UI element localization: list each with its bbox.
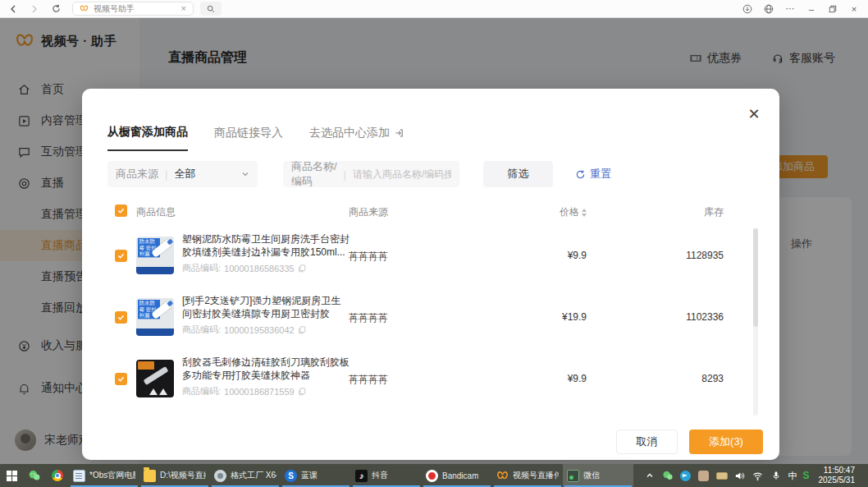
product-title: 塑钢泥防水防霉卫生间厨房洗手台密封胶填缝剂美缝封边补漏专用胶150ml... [182, 232, 350, 259]
col-header-source: 商品来源 [349, 205, 388, 219]
copy-icon[interactable] [298, 264, 306, 273]
taskbar-app-label: 微信 [583, 470, 600, 481]
taskbar-app-wechat-window[interactable]: 微信 [563, 464, 633, 487]
select-all-checkbox[interactable] [115, 204, 127, 217]
product-stock: 1102336 [642, 311, 724, 323]
copy-icon[interactable] [298, 388, 306, 396]
taskbar-app-label: Bandicam [442, 471, 478, 480]
taskbar-app-douyin[interactable]: ♪ 抖音 [351, 464, 422, 487]
filter-button[interactable]: 筛选 [483, 161, 553, 187]
app-viewport: 视频号 · 助手 首页 内容管理 互动管理 直播 直播管理 直播商品管理 直播预… [0, 18, 868, 464]
search-input[interactable] [353, 168, 451, 180]
source-filter-select[interactable]: 商品来源 | 全部 [107, 161, 258, 187]
source-filter-value: 全部 [174, 167, 195, 181]
tab-selection-center[interactable]: 去选品中心添加 [309, 125, 404, 151]
tray-expand-icon[interactable] [643, 470, 656, 482]
product-price: ¥9.9 [513, 250, 587, 261]
tab-label: 从橱窗添加商品 [107, 125, 188, 140]
taskbar-app-channels-live[interactable]: 视频号直播伴侣 [492, 464, 563, 487]
scrollbar-thumb[interactable] [753, 228, 758, 327]
scrollbar[interactable] [753, 228, 758, 416]
filter-row: 商品来源 | 全部 商品名称/编码 | 筛选 重置 [107, 161, 611, 187]
table-row: 防水防霉 密封补漏 塑钢泥防水防霉卫生间厨房洗手台密封胶填缝剂美缝封边补漏专用胶… [82, 225, 779, 287]
add-products-modal: ✕ 从橱窗添加商品 商品链接导入 去选品中心添加 商品来源 | 全部 商品名称/… [82, 89, 779, 460]
tray-telegram-icon[interactable] [679, 470, 692, 482]
code-prefix: 商品编码: [182, 324, 221, 336]
reset-label: 重置 [590, 167, 611, 181]
forward-icon[interactable] [26, 2, 43, 16]
back-icon[interactable] [5, 2, 21, 16]
globe-icon[interactable] [760, 2, 778, 16]
divider: | [165, 168, 167, 181]
channels-logo-icon [496, 470, 509, 482]
product-stock: 8293 [642, 373, 724, 384]
reset-button[interactable]: 重置 [575, 167, 611, 181]
taskbar-app-lanke[interactable]: S 蓝课 [281, 464, 351, 487]
format-factory-icon [214, 470, 226, 482]
row-checkbox[interactable] [115, 311, 127, 324]
tab-label: 去选品中心添加 [309, 126, 390, 140]
product-title: [到手2支送铲刀]强力塑钢泥厨房卫生间密封胶美缝填隙专用厨卫密封胶150M... [182, 294, 350, 320]
taskbar-app-label: 视频号直播伴侣 [513, 470, 559, 481]
refresh-icon[interactable] [48, 2, 64, 16]
taskbar-app-formatfactory[interactable]: 格式工厂 X64 ... [210, 464, 281, 487]
minimize-icon[interactable]: – [802, 2, 820, 16]
notepad-icon [73, 470, 85, 482]
tab-close-icon[interactable]: × [181, 4, 186, 13]
start-button-icon[interactable] [0, 464, 23, 487]
product-thumbnail: 防水防霉 密封补漏 [136, 237, 174, 274]
external-link-icon [394, 128, 404, 138]
product-stock: 1128935 [642, 250, 724, 261]
modal-tabs: 从橱窗添加商品 商品链接导入 去选品中心添加 [107, 125, 404, 151]
volume-icon[interactable] [733, 470, 746, 482]
product-source: 苒苒苒苒 [349, 373, 388, 387]
product-thumbnail [136, 360, 174, 397]
cancel-button[interactable]: 取消 [616, 430, 678, 454]
tab-add-from-showcase[interactable]: 从橱窗添加商品 [107, 125, 188, 151]
taskbar-app-bandicam[interactable]: Bandicam [422, 464, 492, 487]
close-window-icon[interactable]: × [845, 2, 863, 16]
tab-import-by-link[interactable]: 商品链接导入 [214, 125, 283, 151]
product-code: 10000186586335 [224, 264, 295, 273]
row-checkbox[interactable] [115, 250, 127, 262]
col-header-info: 商品信息 [136, 205, 176, 219]
download-icon[interactable] [738, 2, 756, 16]
product-source: 苒苒苒苒 [349, 311, 388, 325]
clock-time: 11:50:47 [824, 466, 855, 476]
browser-titlebar: 视频号助手 × ⋯ – × [0, 0, 868, 18]
divider: | [344, 168, 346, 181]
taskbar-app-label: D:\视频号直播... [160, 470, 206, 481]
wifi-icon[interactable] [752, 470, 764, 482]
col-header-price[interactable]: 价格 [513, 205, 587, 219]
folder-icon [144, 470, 156, 482]
modal-footer: 取消 添加(3) [616, 430, 763, 452]
restore-icon[interactable] [824, 2, 842, 16]
chrome-taskbar-icon[interactable] [46, 464, 69, 487]
taskbar-app-folder[interactable]: D:\视频号直播... [139, 464, 210, 487]
search-icon[interactable] [200, 2, 222, 16]
taskbar-clock[interactable]: 11:50:47 2025/5/31 [815, 466, 862, 485]
sort-icon[interactable] [582, 209, 587, 217]
tray-wechat-icon[interactable] [661, 470, 674, 482]
system-tray: 中 S 11:50:47 2025/5/31 [643, 464, 868, 487]
browser-tab[interactable]: 视频号助手 × [72, 2, 194, 16]
confirm-add-button[interactable]: 添加(3) [689, 430, 763, 454]
microphone-icon[interactable] [770, 470, 782, 482]
tab-label: 商品链接导入 [214, 126, 283, 140]
input-language-indicator[interactable]: 中 [788, 470, 797, 482]
more-menu-icon[interactable]: ⋯ [781, 2, 799, 16]
bandicam-icon [426, 470, 438, 482]
wechat-taskbar-icon[interactable] [23, 464, 46, 487]
copy-icon[interactable] [298, 326, 306, 334]
tray-card-icon[interactable] [715, 470, 728, 482]
sogou-input-icon[interactable]: S [802, 470, 809, 481]
modal-close-icon[interactable]: ✕ [747, 107, 761, 122]
product-list: 防水防霉 密封补漏 塑钢泥防水防霉卫生间厨房洗手台密封胶填缝剂美缝封边补漏专用胶… [82, 225, 779, 410]
product-code: 10000186871559 [224, 387, 295, 397]
tray-avatar-icon[interactable] [697, 470, 710, 482]
lanke-icon: S [285, 470, 297, 482]
reset-icon [575, 169, 586, 180]
table-row: 刮胶器毛刺修边清硅胶刮刀璃胶刮胶板多功能专用打胶美缝抹胶神器 商品编码:1000… [82, 348, 779, 410]
taskbar-app-obs-doc[interactable]: *Obs官网电脑... [69, 464, 139, 487]
row-checkbox[interactable] [115, 373, 127, 385]
